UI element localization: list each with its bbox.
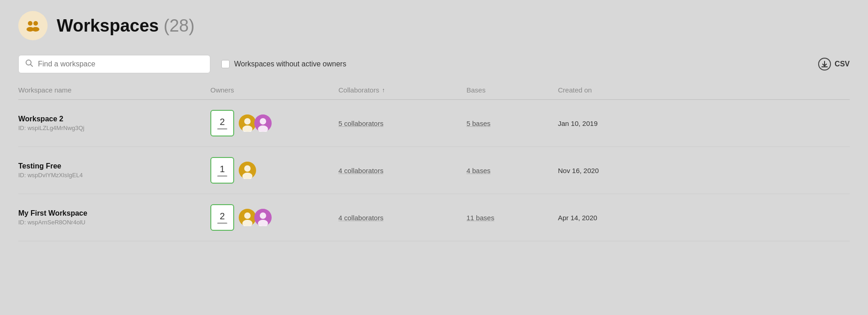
active-owners-filter[interactable]: Workspaces without active owners: [221, 60, 346, 68]
svg-point-14: [244, 165, 251, 172]
active-owners-checkbox[interactable]: [221, 60, 230, 68]
table-row: Workspace 2 ID: wspiLZLg4MrNwg3Qj 2 5 co…: [18, 100, 850, 147]
csv-button[interactable]: CSV: [818, 58, 850, 71]
created-on-cell: Apr 14, 2020: [558, 214, 850, 222]
table-header: Workspace name Owners Collaborators ↑ Ba…: [18, 86, 850, 100]
toolbar: Workspaces without active owners CSV: [18, 55, 850, 73]
col-created-on: Created on: [558, 86, 850, 94]
owner-avatar: [254, 209, 272, 226]
owner-avatar: [254, 114, 272, 132]
workspace-name: Workspace 2: [18, 115, 210, 123]
workspace-id: ID: wspDvIYMzXlsIgEL4: [18, 172, 210, 179]
owner-avatar: [239, 162, 256, 179]
workspace-name-cell: Workspace 2 ID: wspiLZLg4MrNwg3Qj: [18, 115, 210, 131]
owner-count: 1: [220, 164, 225, 174]
col-bases: Bases: [466, 86, 558, 94]
collaborators-cell[interactable]: 4 collaborators: [338, 214, 466, 222]
col-owners: Owners: [210, 86, 338, 94]
bases-cell[interactable]: 5 bases: [466, 119, 558, 127]
created-on-cell: Jan 10, 2019: [558, 119, 850, 127]
owner-count-bar: [217, 128, 227, 130]
workspace-name: My First Workspace: [18, 209, 210, 217]
sort-arrow-icon: ↑: [382, 87, 385, 93]
svg-point-1: [33, 21, 38, 26]
search-box[interactable]: [18, 55, 210, 73]
workspaces-icon: [18, 11, 48, 40]
owner-count: 2: [220, 212, 225, 221]
owners-cell: 2: [210, 204, 338, 231]
owners-cell: 1: [210, 157, 338, 184]
table-row: Testing Free ID: wspDvIYMzXlsIgEL4 1 4 c…: [18, 147, 850, 194]
svg-point-17: [244, 212, 251, 219]
search-icon: [25, 59, 33, 69]
page-header: Workspaces (28): [18, 11, 850, 40]
svg-point-11: [260, 118, 266, 125]
owner-count-box: 1: [210, 157, 234, 184]
svg-point-0: [28, 21, 32, 26]
owner-count: 2: [220, 117, 225, 126]
created-on-cell: Nov 16, 2020: [558, 167, 850, 174]
workspace-name-cell: My First Workspace ID: wspArnSeR8ONr4olU: [18, 209, 210, 226]
owner-avatar: [239, 114, 256, 132]
workspace-name: Testing Free: [18, 162, 210, 170]
table-body: Workspace 2 ID: wspiLZLg4MrNwg3Qj 2 5 co…: [18, 100, 850, 241]
owners-cell: 2: [210, 110, 338, 136]
search-input[interactable]: [38, 60, 204, 68]
svg-line-5: [31, 65, 33, 67]
avatar-stack: [239, 162, 256, 179]
collaborators-cell[interactable]: 5 collaborators: [338, 119, 466, 127]
owner-count-box: 2: [210, 110, 234, 136]
bases-cell[interactable]: 11 bases: [466, 214, 558, 222]
workspaces-table: Workspace name Owners Collaborators ↑ Ba…: [18, 86, 850, 241]
table-row: My First Workspace ID: wspArnSeR8ONr4olU…: [18, 194, 850, 241]
avatar-stack: [239, 114, 272, 132]
workspace-id: ID: wspArnSeR8ONr4olU: [18, 219, 210, 226]
owner-count-box: 2: [210, 204, 234, 231]
bases-cell[interactable]: 4 bases: [466, 167, 558, 174]
svg-point-20: [260, 212, 266, 219]
svg-point-3: [32, 27, 39, 32]
page-title: Workspaces (28): [57, 16, 194, 36]
col-workspace-name: Workspace name: [18, 86, 210, 94]
download-icon: [818, 58, 831, 71]
svg-point-8: [244, 118, 251, 125]
owner-count-bar: [217, 175, 227, 177]
col-collaborators[interactable]: Collaborators ↑: [338, 86, 466, 94]
collaborators-cell[interactable]: 4 collaborators: [338, 167, 466, 174]
workspace-name-cell: Testing Free ID: wspDvIYMzXlsIgEL4: [18, 162, 210, 179]
owner-avatar: [239, 209, 256, 226]
owner-count-bar: [217, 223, 227, 224]
workspace-id: ID: wspiLZLg4MrNwg3Qj: [18, 125, 210, 131]
avatar-stack: [239, 209, 272, 226]
